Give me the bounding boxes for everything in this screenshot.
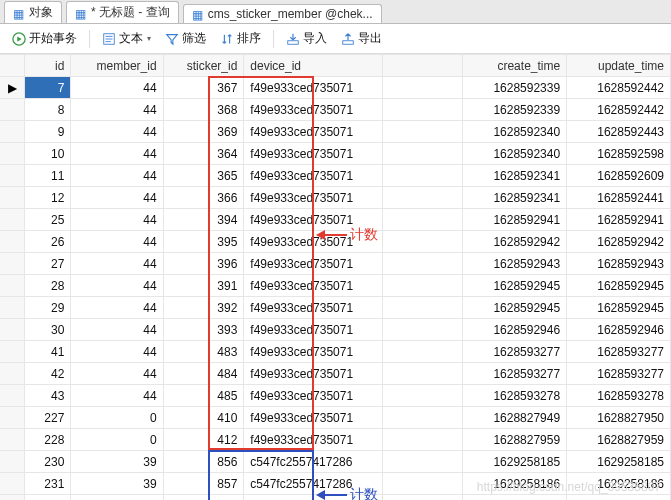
table-row[interactable]: 4344485f49e933ced73507116285932781628593… [0,385,671,407]
start-transaction-button[interactable]: 开始事务 [6,27,83,50]
cell-member-id[interactable]: 39 [71,473,163,495]
col-id[interactable]: id [25,55,71,77]
cell-update-time[interactable]: 1628592945 [567,275,671,297]
cell-member-id[interactable]: 0 [71,407,163,429]
cell-sticker-id[interactable]: 393 [163,319,244,341]
table-row[interactable]: 2320856c547fc255741728616292582101629258… [0,495,671,501]
cell-sticker-id[interactable]: 484 [163,363,244,385]
cell-id[interactable]: 30 [25,319,71,341]
cell-update-time[interactable]: 1629258186 [567,473,671,495]
cell-member-id[interactable]: 44 [71,77,163,99]
cell-update-time[interactable]: 1628592943 [567,253,671,275]
cell-spacer[interactable] [382,187,463,209]
cell-id[interactable]: 43 [25,385,71,407]
cell-update-time[interactable]: 1628592941 [567,209,671,231]
cell-create-time[interactable]: 1628592943 [463,253,567,275]
data-grid[interactable]: id member_id sticker_id device_id create… [0,54,671,500]
cell-sticker-id[interactable]: 412 [163,429,244,451]
cell-sticker-id[interactable]: 391 [163,275,244,297]
cell-member-id[interactable]: 0 [71,495,163,501]
cell-create-time[interactable]: 1628593278 [463,385,567,407]
cell-sticker-id[interactable]: 485 [163,385,244,407]
col-spacer[interactable] [382,55,463,77]
cell-member-id[interactable]: 44 [71,319,163,341]
cell-create-time[interactable]: 1628592341 [463,165,567,187]
cell-update-time[interactable]: 1628827950 [567,407,671,429]
cell-update-time[interactable]: 1628592441 [567,187,671,209]
cell-create-time[interactable]: 1628592341 [463,187,567,209]
cell-update-time[interactable]: 1628592945 [567,297,671,319]
cell-sticker-id[interactable]: 410 [163,407,244,429]
cell-member-id[interactable]: 39 [71,451,163,473]
cell-update-time[interactable]: 1629258210 [567,495,671,501]
cell-update-time[interactable]: 1628592942 [567,231,671,253]
table-row[interactable]: 3044393f49e933ced73507116285929461628592… [0,319,671,341]
cell-update-time[interactable]: 1628592443 [567,121,671,143]
cell-device-id[interactable]: f49e933ced735071 [244,341,382,363]
cell-member-id[interactable]: 44 [71,99,163,121]
cell-id[interactable]: 230 [25,451,71,473]
cell-update-time[interactable]: 1628827959 [567,429,671,451]
cell-spacer[interactable] [382,77,463,99]
cell-device-id[interactable]: f49e933ced735071 [244,275,382,297]
table-row[interactable]: ▶744367f49e933ced73507116285923391628592… [0,77,671,99]
tab-cms-sticker-member[interactable]: cms_sticker_member @chek... [183,4,382,23]
cell-id[interactable]: 12 [25,187,71,209]
col-create-time[interactable]: create_time [463,55,567,77]
cell-create-time[interactable]: 1628592339 [463,77,567,99]
cell-device-id[interactable]: c547fc2557417286 [244,473,382,495]
cell-sticker-id[interactable]: 856 [163,495,244,501]
col-update-time[interactable]: update_time [567,55,671,77]
cell-sticker-id[interactable]: 483 [163,341,244,363]
cell-sticker-id[interactable]: 369 [163,121,244,143]
cell-create-time[interactable]: 1628592945 [463,275,567,297]
cell-device-id[interactable]: f49e933ced735071 [244,77,382,99]
cell-device-id[interactable]: f49e933ced735071 [244,187,382,209]
cell-spacer[interactable] [382,209,463,231]
table-row[interactable]: 2944392f49e933ced73507116285929451628592… [0,297,671,319]
cell-id[interactable]: 9 [25,121,71,143]
import-button[interactable]: 导入 [280,27,333,50]
cell-member-id[interactable]: 44 [71,341,163,363]
cell-device-id[interactable]: f49e933ced735071 [244,231,382,253]
cell-spacer[interactable] [382,495,463,501]
cell-member-id[interactable]: 44 [71,143,163,165]
cell-create-time[interactable]: 1628827949 [463,407,567,429]
cell-member-id[interactable]: 0 [71,429,163,451]
cell-member-id[interactable]: 44 [71,209,163,231]
cell-id[interactable]: 228 [25,429,71,451]
cell-id[interactable]: 10 [25,143,71,165]
cell-device-id[interactable]: f49e933ced735071 [244,407,382,429]
export-button[interactable]: 导出 [335,27,388,50]
cell-spacer[interactable] [382,473,463,495]
cell-id[interactable]: 227 [25,407,71,429]
cell-sticker-id[interactable]: 856 [163,451,244,473]
cell-sticker-id[interactable]: 365 [163,165,244,187]
cell-create-time[interactable]: 1628827959 [463,429,567,451]
cell-create-time[interactable]: 1628592339 [463,99,567,121]
cell-create-time[interactable]: 1629258186 [463,473,567,495]
cell-member-id[interactable]: 44 [71,297,163,319]
cell-sticker-id[interactable]: 368 [163,99,244,121]
cell-update-time[interactable]: 1628592598 [567,143,671,165]
cell-create-time[interactable]: 1628592946 [463,319,567,341]
col-device-id[interactable]: device_id [244,55,382,77]
cell-device-id[interactable]: f49e933ced735071 [244,253,382,275]
cell-member-id[interactable]: 44 [71,385,163,407]
cell-spacer[interactable] [382,121,463,143]
table-row[interactable]: 1144365f49e933ced73507116285923411628592… [0,165,671,187]
table-row[interactable]: 2644395f49e933ced73507116285929421628592… [0,231,671,253]
cell-device-id[interactable]: f49e933ced735071 [244,165,382,187]
cell-member-id[interactable]: 44 [71,275,163,297]
cell-create-time[interactable]: 1628592340 [463,121,567,143]
cell-sticker-id[interactable]: 396 [163,253,244,275]
cell-spacer[interactable] [382,275,463,297]
cell-create-time[interactable]: 1628592945 [463,297,567,319]
data-grid-area[interactable]: id member_id sticker_id device_id create… [0,54,671,500]
cell-id[interactable]: 41 [25,341,71,363]
cell-device-id[interactable]: c547fc2557417286 [244,495,382,501]
cell-device-id[interactable]: f49e933ced735071 [244,297,382,319]
cell-device-id[interactable]: f49e933ced735071 [244,319,382,341]
cell-device-id[interactable]: f49e933ced735071 [244,99,382,121]
cell-sticker-id[interactable]: 394 [163,209,244,231]
